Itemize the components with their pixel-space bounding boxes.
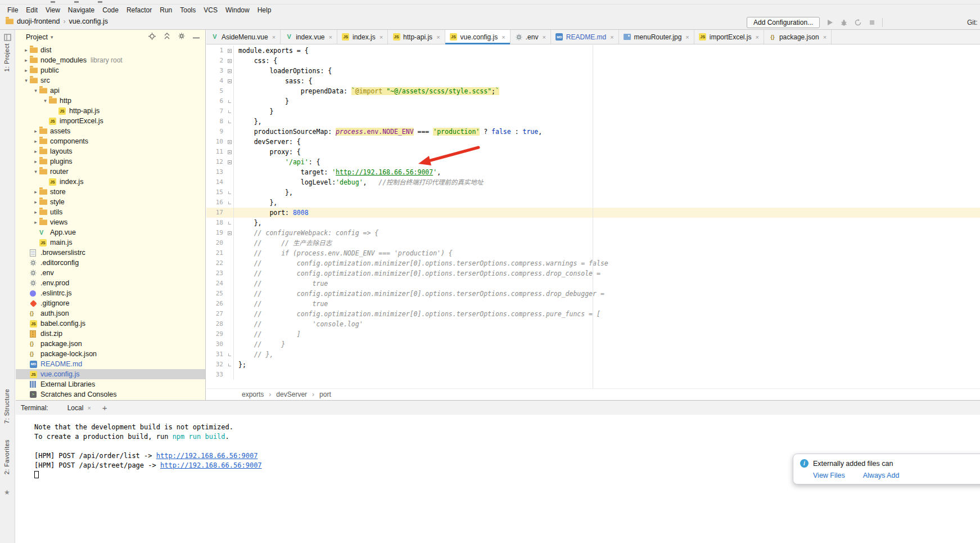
line-number[interactable]: 7 [206,106,225,116]
line-number[interactable]: 18 [206,218,225,228]
tab-vue-config-js[interactable]: JSvue.config.js× [445,30,511,44]
code-line-18[interactable]: 18 }, [206,218,980,228]
line-number[interactable]: 19 [206,228,225,238]
line-number[interactable]: 15 [206,187,225,198]
chevron-down-icon[interactable]: ▾ [32,88,39,93]
code-line-33[interactable]: 33 [206,370,980,380]
code-line-6[interactable]: 6 } [206,96,980,106]
line-number[interactable]: 21 [206,248,225,258]
code-line-30[interactable]: 30 // } [206,339,980,349]
line-number[interactable]: 4 [206,76,225,86]
tree-row-plugins[interactable]: ▸plugins [16,156,205,167]
collapse-all-icon[interactable] [164,33,170,41]
tree-row-assets[interactable]: ▸assets [16,126,205,136]
close-tab-icon[interactable]: × [329,34,332,41]
line-number[interactable]: 27 [206,309,225,319]
tree-row-vue-config-js[interactable]: JSvue.config.js [16,369,205,379]
code-line-1[interactable]: 1module.exports = { [206,46,980,56]
code-editor[interactable]: 1module.exports = {2 css: {3 loaderOptio… [206,44,980,388]
close-tab-icon[interactable]: × [610,34,613,41]
fold-collapse-icon[interactable] [225,228,233,238]
line-number[interactable]: 2 [206,56,225,66]
close-tab-icon[interactable]: × [685,34,689,41]
tree-row-src[interactable]: ▾src [16,75,205,86]
tree-row-readme-md[interactable]: MDREADME.md [16,359,205,369]
close-tab-icon[interactable]: × [272,34,276,41]
tab-asidemenu-vue[interactable]: VAsideMenu.vue× [206,30,281,44]
terminal-tab-local[interactable]: Local × [65,403,93,413]
tree-row-style[interactable]: ▸style [16,197,205,207]
tree-row-dist-zip[interactable]: dist.zip [16,329,205,339]
tree-row-eslintrc-js[interactable]: .eslintrc.js [16,288,205,298]
line-number[interactable]: 11 [206,147,225,157]
chevron-right-icon[interactable]: ▸ [32,159,39,164]
line-number[interactable]: 23 [206,268,225,279]
tab-index-vue[interactable]: Vindex.vue× [281,30,337,44]
code-line-15[interactable]: 15 }, [206,187,980,198]
chevron-right-icon[interactable]: ▸ [32,219,39,225]
menu-item-help[interactable]: Help [254,6,276,15]
line-number[interactable]: 30 [206,339,225,349]
code-line-26[interactable]: 26 // true [206,299,980,309]
tree-row-layouts[interactable]: ▸layouts [16,146,205,156]
tree-row-main-js[interactable]: JSmain.js [16,237,205,248]
code-line-8[interactable]: 8 }, [206,116,980,127]
fold-collapse-icon[interactable] [225,56,233,66]
line-number[interactable]: 26 [206,299,225,309]
code-line-17[interactable]: 17 port: 8008 [206,208,980,218]
tree-row-http-api-js[interactable]: JShttp-api.js [16,106,205,116]
tree-row-dist[interactable]: ▸dist [16,45,205,55]
stripe-favorites[interactable]: 2: Favorites [3,439,10,474]
tree-row-importexcel-js[interactable]: JSimportExcel.js [16,116,205,126]
code-line-32[interactable]: 32}; [206,360,980,370]
code-line-28[interactable]: 28 // 'console.log' [206,319,980,329]
always-add-link[interactable]: Always Add [863,472,900,479]
tree-row-gitignore[interactable]: .gitignore [16,298,205,308]
line-number[interactable]: 6 [206,96,225,106]
line-number[interactable]: 25 [206,289,225,299]
code-line-13[interactable]: 13 target: 'http://192.168.66.56:9007', [206,167,980,177]
code-line-24[interactable]: 24 // true [206,279,980,289]
code-line-20[interactable]: 20 // // 生产去除日志 [206,238,980,248]
line-number[interactable]: 1 [206,46,225,56]
line-number[interactable]: 10 [206,137,225,147]
tree-row-package-json[interactable]: {}package.json [16,339,205,349]
code-line-21[interactable]: 21 // if (process.env.NODE_ENV === 'prod… [206,248,980,258]
breadcrumb-file[interactable]: vue.config.js [69,17,107,25]
code-line-9[interactable]: 9 productionSourceMap: process.env.NODE_… [206,127,980,137]
locate-file-icon[interactable] [148,33,156,42]
tree-row-router[interactable]: ▾router [16,167,205,177]
line-number[interactable]: 9 [206,127,225,137]
menu-item-window[interactable]: Window [222,6,254,15]
line-number[interactable]: 5 [206,86,225,96]
tree-row-http[interactable]: ▾http [16,96,205,106]
menu-item-file[interactable]: File [3,6,22,15]
tree-row-babel-config-js[interactable]: JSbabel.config.js [16,318,205,329]
tree-row-index-js[interactable]: JSindex.js [16,177,205,187]
line-number[interactable]: 28 [206,319,225,329]
line-number[interactable]: 13 [206,167,225,177]
line-number[interactable]: 33 [206,370,225,380]
project-stripe-icon[interactable] [4,33,11,43]
menu-item-run[interactable]: Run [156,6,176,15]
line-number[interactable]: 14 [206,177,225,187]
code-line-2[interactable]: 2 css: { [206,56,980,66]
menu-item-edit[interactable]: Edit [22,6,42,15]
tree-row-scratches-and-consoles[interactable]: >Scratches and Consoles [16,389,205,400]
terminal-link[interactable]: http://192.168.66.56:9007 [160,461,262,469]
code-line-23[interactable]: 23 // config.optimization.minimizer[0].o… [206,268,980,279]
tree-row-external-libraries[interactable]: External Libraries [16,379,205,389]
menu-item-vcs[interactable]: VCS [200,6,222,15]
chevron-down-icon[interactable]: ▾ [22,78,30,83]
line-number[interactable]: 12 [206,157,225,167]
tab-package-json[interactable]: {}package.json× [764,30,832,44]
chevron-right-icon[interactable]: ▸ [32,209,39,215]
settings-gear-icon[interactable] [178,33,185,41]
line-number[interactable]: 32 [206,360,225,370]
code-line-14[interactable]: 14 logLevel:'debug', //控制台终端打印代理前的真实地址 [206,177,980,187]
chevron-right-icon[interactable]: ▸ [32,149,39,154]
close-tab-icon[interactable]: × [755,34,758,41]
chevron-right-icon[interactable]: ▸ [32,189,39,195]
line-number[interactable]: 16 [206,198,225,208]
tree-row-api[interactable]: ▾api [16,86,205,96]
